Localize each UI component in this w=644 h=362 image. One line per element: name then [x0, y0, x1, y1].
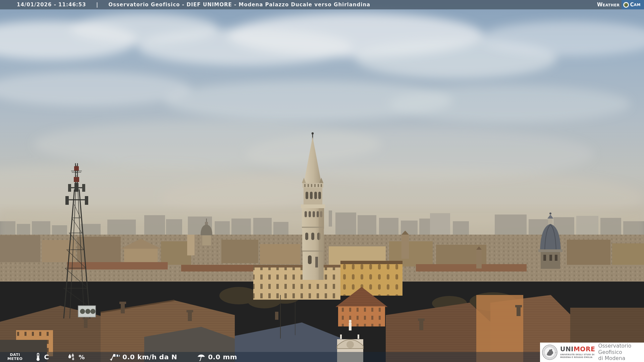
- cityscape-photo: [0, 0, 644, 362]
- webcam-page: 14/01/2026 - 11:46:53 | Osservatorio Geo…: [0, 0, 644, 362]
- observatory-name: Osservatorio Geofisico di Modena: [598, 343, 644, 362]
- top-info-bar: 14/01/2026 - 11:46:53 | Osservatorio Geo…: [0, 0, 644, 9]
- unimore-wordmark: UNIMORE UNIVERSITÀ DEGLI STUDI DI MODENA…: [560, 346, 595, 359]
- separator: |: [96, 2, 98, 8]
- weathercam-cam-patch: CAM: [622, 0, 644, 9]
- rain-value: 0.0 mm: [208, 353, 237, 361]
- umbrella-icon: [197, 353, 206, 361]
- dati-meteo-label: DATI METEO: [7, 353, 22, 361]
- thermometer-icon: [35, 353, 41, 361]
- windsock-icon: [109, 353, 120, 361]
- unimore-branding[interactable]: UNIMORE UNIVERSITÀ DEGLI STUDI DI MODENA…: [540, 343, 644, 362]
- wind-value: 0.0 km/h da N: [122, 353, 177, 361]
- temperature-value: C: [44, 353, 49, 361]
- weathercam-logo[interactable]: WEATHER CAM: [597, 0, 644, 9]
- drops-icon: [67, 353, 76, 361]
- weathercam-wordmark-weather: WEATHER: [597, 2, 620, 8]
- weathercam-lens-icon: [623, 2, 629, 8]
- page-title: Osservatorio Geofisico - DIEF UNIMORE - …: [108, 2, 370, 8]
- timestamp: 14/01/2026 - 11:46:53: [17, 2, 86, 8]
- humidity-value: %: [79, 354, 85, 361]
- unimore-seal-icon: [542, 344, 558, 360]
